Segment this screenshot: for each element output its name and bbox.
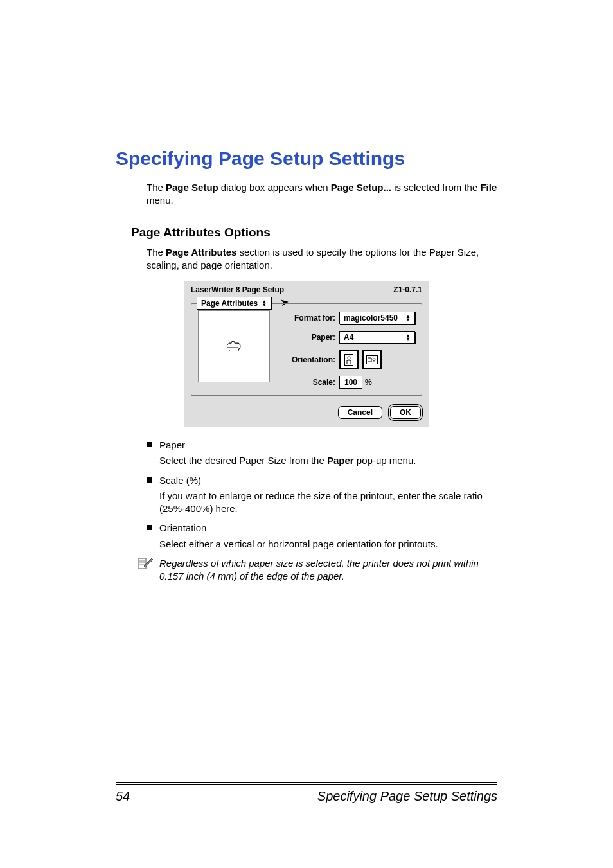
text-bold: Page Attributes <box>166 247 236 258</box>
text: Select the desired Paper Size from the <box>159 455 327 466</box>
landscape-icon <box>366 355 378 364</box>
chevron-updown-icon: ▲▼ <box>262 300 267 306</box>
chevron-updown-icon: ▲▼ <box>405 315 411 321</box>
portrait-icon <box>344 354 353 366</box>
bullet-paper: Paper <box>147 439 497 452</box>
bullet-orientation-desc: Select either a vertical or horizontal p… <box>116 538 497 551</box>
cancel-button[interactable]: Cancel <box>338 406 382 419</box>
dialog-version: Z1-0.7.1 <box>393 285 422 294</box>
text-bold: Paper <box>327 455 354 466</box>
running-title: Specifying Page Setup Settings <box>317 789 497 804</box>
text: is selected from the <box>391 182 480 193</box>
format-for-value: magicolor5450 <box>344 314 398 323</box>
page-heading: Specifying Page Setup Settings <box>116 148 497 170</box>
dogcow-icon <box>225 339 243 353</box>
orientation-portrait-button[interactable] <box>339 350 359 369</box>
paper-value: A4 <box>344 333 353 342</box>
scale-label: Scale: <box>276 378 339 387</box>
note-text: Regardless of which paper size is select… <box>155 557 497 583</box>
bullet-scale-desc: If you want to enlarge or reduce the siz… <box>116 490 497 516</box>
scale-suffix: % <box>362 378 372 387</box>
chevron-updown-icon: ▲▼ <box>405 334 411 341</box>
note: Regardless of which paper size is select… <box>116 557 497 583</box>
intro-paragraph: The Page Setup dialog box appears when P… <box>116 181 497 208</box>
dialog-title: LaserWriter 8 Page Setup <box>191 285 284 294</box>
section-popup-value: Page Attributes <box>201 299 258 308</box>
orientation-label: Orientation: <box>276 355 339 364</box>
note-icon <box>138 557 155 572</box>
section-popup[interactable]: Page Attributes ▲▼ <box>197 297 271 310</box>
text: The <box>147 182 166 193</box>
orientation-landscape-button[interactable] <box>362 350 382 369</box>
svg-rect-1 <box>345 355 353 366</box>
text: dialog box appears when <box>218 182 331 193</box>
svg-rect-3 <box>367 356 378 364</box>
text-bold: Page Setup <box>166 182 218 193</box>
ok-button[interactable]: OK <box>390 406 421 419</box>
svg-point-0 <box>230 344 231 344</box>
paper-popup[interactable]: A4 ▲▼ <box>339 331 415 344</box>
page-preview <box>198 310 270 382</box>
text: The <box>147 247 166 258</box>
page-number: 54 <box>116 789 130 804</box>
text: menu. <box>147 195 173 206</box>
text: pop-up menu. <box>354 455 416 466</box>
format-for-label: Format for: <box>276 314 339 323</box>
text-bold: Page Setup... <box>331 182 391 193</box>
format-for-popup[interactable]: magicolor5450 ▲▼ <box>339 312 415 324</box>
section-heading: Page Attributes Options <box>131 226 497 240</box>
bullet-paper-desc: Select the desired Paper Size from the P… <box>116 454 497 467</box>
paper-label: Paper: <box>276 333 339 342</box>
bullet-scale: Scale (%) <box>147 474 497 487</box>
page-setup-dialog: LaserWriter 8 Page Setup Z1-0.7.1 ➤ Page… <box>184 281 429 427</box>
page-footer: 54 Specifying Page Setup Settings <box>116 782 497 804</box>
bullet-orientation: Orientation <box>147 522 497 535</box>
scale-input[interactable]: 100 <box>339 376 362 389</box>
section-intro: The Page Attributes section is used to s… <box>116 246 497 272</box>
text-bold: File <box>480 182 497 193</box>
